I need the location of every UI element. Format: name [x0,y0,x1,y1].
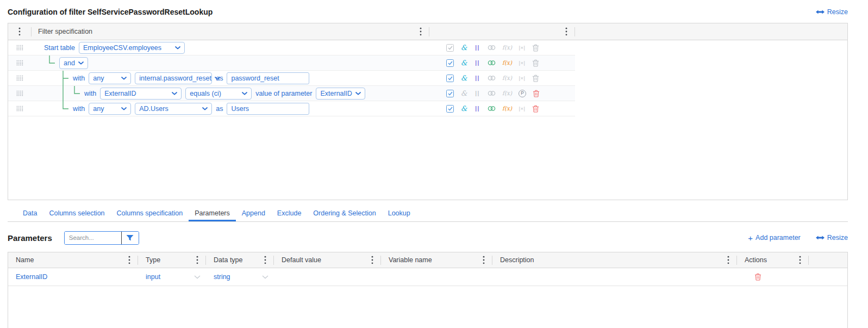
tree-corner-connector [49,55,55,71]
chevron-down-icon [78,61,84,65]
table-select[interactable]: internal.password_reset [135,72,212,84]
drag-handle-icon[interactable] [8,75,31,81]
delete-icon[interactable] [532,59,539,67]
resize-label: Resize [827,234,848,242]
and-operator-icon[interactable]: & [460,90,467,97]
parameter-icon[interactable]: P [519,90,526,97]
column-header-description: Description [500,256,534,264]
tab-parameters[interactable]: Parameters [189,206,236,221]
filter-panel-header: Filter specification [8,23,847,40]
chevron-down-icon [172,92,177,95]
column-header-actions: Actions [745,256,767,264]
or-operator-icon[interactable]: || [474,45,481,51]
resize-label: Resize [827,8,848,16]
resize-link-parameters[interactable]: Resize [816,234,848,242]
kebab-menu-icon[interactable] [483,256,485,264]
link-join-icon[interactable] [488,60,496,66]
enabled-checkbox[interactable] [446,75,454,82]
function-icon[interactable]: f(x) [502,90,512,96]
link-join-icon[interactable] [488,90,496,96]
tab-columns-selection[interactable]: Columns selection [43,206,110,221]
comparison-operator-select[interactable]: equals (ci) [185,88,252,100]
parameter-type-value[interactable]: input [146,273,160,281]
column-select[interactable]: ExternalID [100,88,182,100]
and-operator-icon[interactable]: & [460,59,467,66]
drag-handle-icon[interactable] [8,106,31,112]
kebab-menu-icon[interactable] [264,256,266,264]
and-operator-icon[interactable]: & [460,44,467,51]
selected-value: equals (ci) [190,90,221,97]
column-header-default-value: Default value [282,256,321,264]
search-input[interactable] [65,232,121,244]
resize-link-top[interactable]: Resize [816,8,848,16]
function-icon[interactable]: f(x) [502,60,512,66]
quantifier-select[interactable]: any [89,103,131,115]
delete-icon[interactable] [532,105,539,113]
table-select[interactable]: AD.Users [135,103,212,115]
exclude-icon[interactable]: |×| [519,106,526,112]
link-join-icon[interactable] [488,45,496,51]
kebab-menu-icon[interactable] [799,256,801,264]
function-icon[interactable]: f(x) [502,45,512,51]
tab-data[interactable]: Data [17,206,43,221]
divider [574,27,575,36]
kebab-menu-icon[interactable] [128,256,130,264]
link-join-icon[interactable] [488,75,496,81]
or-operator-icon[interactable]: || [474,106,481,112]
parameters-table: Name Type Data type Default value Variab… [8,252,848,328]
filter-specification-panel: Filter specification Start table Employe… [8,23,848,200]
tab-columns-specification[interactable]: Columns specification [111,206,189,221]
and-operator-icon[interactable]: & [460,75,467,82]
delete-icon[interactable] [532,44,539,52]
selected-value: any [93,75,104,82]
drag-handle-icon[interactable] [8,45,31,51]
alias-input[interactable] [227,103,309,115]
or-operator-icon[interactable]: || [474,60,481,66]
filter-row-password-reset: with any internal.password_reset as & [8,71,575,86]
or-operator-icon[interactable]: || [474,91,481,96]
delete-icon[interactable] [754,273,761,281]
tab-lookup[interactable]: Lookup [382,206,416,221]
chevron-down-icon[interactable] [262,275,268,279]
delete-icon[interactable] [533,90,540,97]
drag-handle-icon[interactable] [8,90,31,96]
selected-value: any [93,105,104,113]
function-icon[interactable]: f(x) [502,106,512,112]
parameter-data-type-value[interactable]: string [214,273,230,281]
link-join-icon[interactable] [488,106,496,112]
kebab-menu-icon[interactable] [371,256,373,264]
logical-operator-select[interactable]: and [59,57,88,69]
enabled-checkbox[interactable] [446,44,454,52]
enabled-checkbox[interactable] [446,90,454,97]
exclude-icon[interactable]: |×| [519,76,526,81]
tab-exclude[interactable]: Exclude [271,206,307,221]
kebab-menu-icon[interactable] [727,256,729,264]
chevron-down-icon[interactable] [194,275,201,279]
or-operator-icon[interactable]: || [474,76,481,81]
kebab-menu-icon[interactable] [8,27,31,36]
selected-value: AD.Users [139,105,168,113]
alias-input[interactable] [227,72,309,84]
drag-handle-icon[interactable] [8,60,31,66]
add-parameter-button[interactable]: + Add parameter [748,234,800,242]
kebab-menu-icon[interactable] [565,27,567,36]
tab-ordering-selection[interactable]: Ordering & Selection [307,206,382,221]
value-of-parameter-label: value of parameter [255,90,312,97]
parameter-select[interactable]: ExternalID [316,88,365,100]
filter-button[interactable] [121,232,139,244]
parameter-name[interactable]: ExternalID [16,273,47,281]
exclude-icon[interactable]: |×| [519,60,526,66]
kebab-menu-icon[interactable] [420,27,422,36]
enabled-checkbox[interactable] [446,105,454,113]
tab-append[interactable]: Append [236,206,271,221]
function-icon[interactable]: f(x) [502,75,512,81]
enabled-checkbox[interactable] [446,59,454,67]
filter-funnel-icon [126,235,134,241]
exclude-icon[interactable]: |×| [519,45,526,51]
quantifier-select[interactable]: any [89,72,131,84]
with-label: with [73,105,85,113]
kebab-menu-icon[interactable] [196,256,198,264]
start-table-select[interactable]: EmployeeCSV.employees [79,42,185,54]
and-operator-icon[interactable]: & [460,105,467,112]
delete-icon[interactable] [532,75,539,82]
